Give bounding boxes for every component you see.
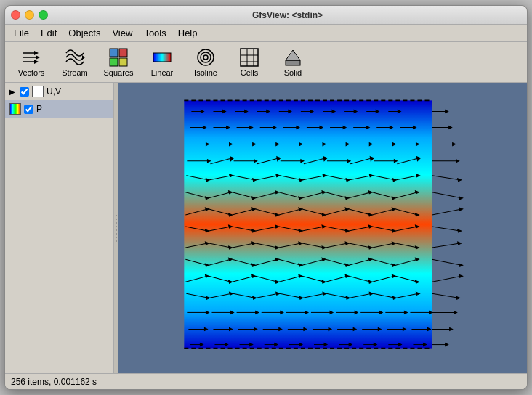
svg-marker-1: [36, 55, 40, 60]
svg-marker-5: [34, 60, 39, 64]
svg-marker-21: [286, 50, 300, 60]
content-area: ▶ U,V P: [5, 83, 527, 373]
menu-view[interactable]: View: [106, 26, 138, 40]
svg-point-13: [201, 52, 211, 62]
menu-file[interactable]: File: [8, 26, 35, 40]
close-button[interactable]: [11, 10, 20, 20]
squares-icon: [108, 47, 129, 68]
squares-button[interactable]: Squares: [98, 45, 139, 80]
svg-rect-15: [241, 49, 258, 66]
svg-rect-23: [184, 100, 432, 348]
menu-help[interactable]: Help: [172, 26, 203, 40]
uv-color-box: [32, 86, 44, 97]
linear-label: Linear: [151, 68, 174, 77]
linear-icon: [152, 47, 172, 68]
vectors-button[interactable]: Vectors: [11, 45, 52, 80]
svg-rect-20: [286, 60, 300, 65]
stream-button[interactable]: Stream: [55, 45, 95, 80]
sidebar-item-uv[interactable]: ▶ U,V: [5, 83, 113, 100]
svg-point-14: [203, 55, 208, 60]
status-text: 256 items, 0.001162 s: [11, 377, 97, 387]
stream-label: Stream: [62, 68, 87, 77]
main-window: GfsView: <stdin> File Edit Objects View …: [4, 5, 528, 390]
isoline-button[interactable]: Isoline: [185, 45, 226, 80]
sidebar: ▶ U,V P: [5, 83, 114, 373]
expand-icon: ▶: [9, 88, 15, 96]
solid-button[interactable]: Solid: [273, 45, 313, 80]
resize-dot: [116, 237, 117, 238]
linear-button[interactable]: Linear: [142, 45, 182, 80]
svg-marker-3: [34, 51, 39, 55]
p-checkbox[interactable]: [24, 105, 33, 114]
sidebar-item-p[interactable]: P: [5, 100, 113, 118]
svg-rect-9: [110, 58, 118, 66]
cells-button[interactable]: Cells: [229, 45, 270, 80]
stream-icon: [65, 47, 85, 68]
uv-label: U,V: [47, 86, 61, 97]
resize-dot: [116, 229, 117, 231]
svg-rect-11: [153, 53, 171, 62]
menu-bar: File Edit Objects View Tools Help: [5, 25, 527, 42]
svg-marker-6: [82, 55, 85, 60]
resize-dot: [116, 215, 117, 216]
solid-icon: [283, 47, 303, 68]
resize-dot: [116, 222, 117, 224]
resize-dot: [116, 219, 117, 220]
maximize-button[interactable]: [39, 10, 48, 20]
p-color-box: [9, 103, 21, 115]
cells-label: Cells: [241, 68, 258, 77]
isoline-icon: [196, 47, 216, 68]
solid-label: Solid: [284, 68, 302, 77]
toolbar: Vectors Stream: [5, 42, 527, 83]
squares-label: Squares: [104, 68, 134, 77]
traffic-lights: [11, 10, 48, 20]
svg-rect-10: [119, 58, 127, 66]
window-title: GfsView: <stdin>: [54, 10, 521, 20]
vectors-icon: [21, 47, 41, 68]
minimize-button[interactable]: [25, 10, 34, 20]
isoline-label: Isoline: [194, 68, 217, 77]
title-bar: GfsView: <stdin>: [5, 6, 527, 25]
resize-dots: [114, 83, 118, 373]
visualization-svg: [118, 83, 527, 373]
menu-tools[interactable]: Tools: [138, 26, 172, 40]
menu-objects[interactable]: Objects: [63, 26, 106, 40]
svg-rect-7: [110, 49, 118, 57]
menu-edit[interactable]: Edit: [35, 26, 63, 40]
vectors-label: Vectors: [18, 68, 45, 77]
svg-rect-8: [119, 49, 127, 57]
uv-checkbox[interactable]: [20, 87, 29, 97]
cells-icon: [239, 47, 259, 68]
status-bar: 256 items, 0.001162 s: [5, 373, 527, 389]
resize-dot: [116, 240, 117, 242]
resize-dot: [116, 233, 117, 235]
resize-dot: [116, 226, 117, 227]
p-label: P: [36, 104, 42, 114]
main-visualization: [118, 83, 527, 373]
